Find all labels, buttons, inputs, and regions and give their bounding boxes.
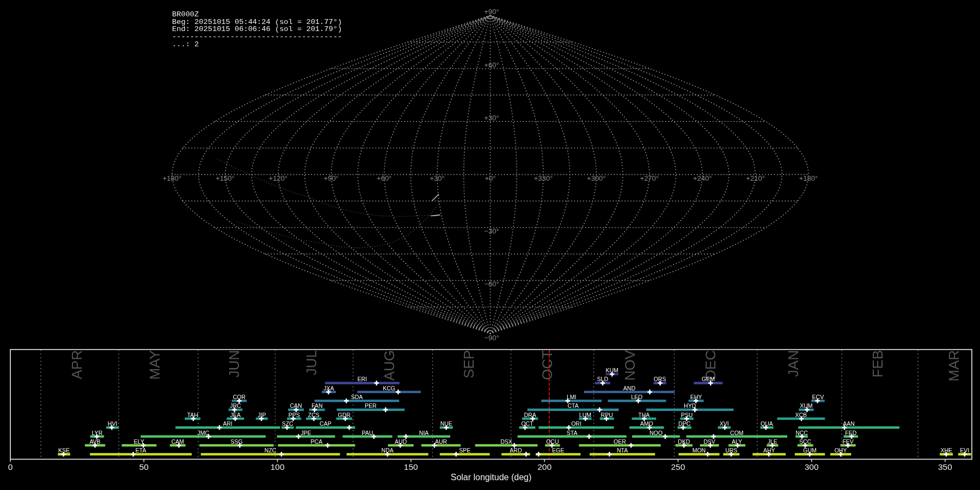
svg-text:NOV: NOV xyxy=(622,350,638,381)
svg-text:AVB: AVB xyxy=(89,438,100,445)
svg-text:JMC: JMC xyxy=(197,430,209,436)
svg-text:LMI: LMI xyxy=(567,394,577,400)
svg-text:LEO: LEO xyxy=(631,394,642,400)
svg-text:PAU: PAU xyxy=(362,430,373,436)
svg-text:THA: THA xyxy=(638,412,650,418)
svg-text:+210°: +210° xyxy=(746,174,764,182)
svg-text:EVI: EVI xyxy=(960,447,969,454)
svg-text:+300°: +300° xyxy=(587,174,605,182)
svg-text:+180°: +180° xyxy=(799,174,818,182)
svg-text:MON: MON xyxy=(693,447,706,454)
svg-text:+30°: +30° xyxy=(430,174,444,182)
svg-text:EGE: EGE xyxy=(552,447,564,454)
svg-text:100: 100 xyxy=(271,462,285,471)
svg-text:250: 250 xyxy=(671,462,685,471)
svg-text:KSE: KSE xyxy=(58,447,70,454)
svg-text:JEA: JEA xyxy=(230,412,241,418)
svg-text:ARI: ARI xyxy=(223,420,233,427)
svg-text:+30°: +30° xyxy=(484,114,499,122)
svg-text:−30°: −30° xyxy=(484,227,499,235)
svg-text:GDR: GDR xyxy=(338,412,351,418)
svg-text:+150°: +150° xyxy=(216,174,234,182)
svg-text:ERI: ERI xyxy=(358,376,367,382)
svg-text:+240°: +240° xyxy=(693,174,712,182)
svg-text:+180°: +180° xyxy=(163,174,181,182)
svg-text:DPC: DPC xyxy=(678,420,691,427)
svg-text:PSU: PSU xyxy=(681,412,693,418)
svg-text:DKD: DKD xyxy=(678,438,690,445)
svg-text:HYD: HYD xyxy=(684,402,696,409)
svg-text:ORI: ORI xyxy=(571,420,581,427)
svg-text:KCG: KCG xyxy=(383,385,395,391)
svg-text:XCB: XCB xyxy=(795,412,807,418)
svg-text:+120°: +120° xyxy=(269,174,287,182)
svg-text:−90°: −90° xyxy=(484,334,499,342)
svg-text:SPE: SPE xyxy=(459,447,470,454)
svg-text:SCC: SCC xyxy=(799,438,812,445)
svg-text:NTA: NTA xyxy=(617,447,628,454)
svg-text:−60°: −60° xyxy=(484,280,499,288)
svg-text:ELY: ELY xyxy=(134,438,144,445)
svg-text:LYR: LYR xyxy=(92,430,103,436)
svg-text:MAY: MAY xyxy=(146,350,163,379)
svg-text:JAN: JAN xyxy=(785,350,801,377)
svg-text:OER: OER xyxy=(614,438,626,445)
svg-text:SDA: SDA xyxy=(351,394,363,400)
svg-text:AMO: AMO xyxy=(640,420,653,427)
svg-text:OHY: OHY xyxy=(835,447,847,454)
svg-text:PCA: PCA xyxy=(311,438,323,445)
svg-text:GUM: GUM xyxy=(803,447,817,454)
svg-text:CTA: CTA xyxy=(567,402,578,409)
svg-text:HVI: HVI xyxy=(108,420,118,427)
svg-text:AUD: AUD xyxy=(395,438,407,445)
svg-text:CAM: CAM xyxy=(171,438,184,445)
svg-text:+0°: +0° xyxy=(485,174,495,182)
svg-text:CAP: CAP xyxy=(320,420,332,427)
svg-text:JRC: JRC xyxy=(230,402,241,409)
svg-text:JUL: JUL xyxy=(303,350,320,375)
svg-text:SLD: SLD xyxy=(597,376,609,382)
svg-text:DSX: DSX xyxy=(500,438,512,445)
svg-text:PPS: PPS xyxy=(289,412,300,418)
svg-text:LUM: LUM xyxy=(579,412,591,418)
svg-text:200: 200 xyxy=(537,462,552,471)
svg-text:RPU: RPU xyxy=(601,412,613,418)
svg-text:DSV: DSV xyxy=(703,438,715,445)
svg-text:JUN: JUN xyxy=(226,350,242,378)
svg-text:JIP: JIP xyxy=(258,412,266,418)
svg-text:XVI: XVI xyxy=(720,420,729,427)
svg-text:NOO: NOO xyxy=(650,430,663,436)
svg-text:+330°: +330° xyxy=(534,174,553,182)
svg-text:OCT: OCT xyxy=(521,420,534,427)
svg-text:SZC: SZC xyxy=(282,420,293,427)
svg-text:AAN: AAN xyxy=(843,420,855,427)
svg-text:NUE: NUE xyxy=(440,420,452,427)
svg-text:+60°: +60° xyxy=(377,174,391,182)
svg-text:ZCS: ZCS xyxy=(308,412,320,418)
svg-text:ETA: ETA xyxy=(136,447,146,454)
svg-text:NIA: NIA xyxy=(419,430,429,436)
svg-text:300: 300 xyxy=(805,462,819,471)
svg-text:DRA: DRA xyxy=(524,412,536,418)
svg-text:STA: STA xyxy=(567,430,578,436)
svg-text:JXA: JXA xyxy=(323,385,334,391)
svg-text:NCC: NCC xyxy=(795,430,808,436)
svg-text:FAN: FAN xyxy=(311,402,322,409)
svg-text:0: 0 xyxy=(8,462,13,471)
svg-text:150: 150 xyxy=(404,462,418,471)
svg-text:AND: AND xyxy=(623,385,636,391)
svg-text:+90°: +90° xyxy=(324,174,339,182)
svg-text:EHY: EHY xyxy=(690,394,702,400)
svg-text:FEV: FEV xyxy=(842,438,853,445)
svg-text:ARD: ARD xyxy=(510,447,522,454)
svg-text:ALY: ALY xyxy=(732,438,742,445)
svg-text:Solar longitude (deg): Solar longitude (deg) xyxy=(451,473,532,482)
svg-text:COR: COR xyxy=(233,394,246,400)
svg-text:SSG: SSG xyxy=(230,438,242,445)
svg-text:ORS: ORS xyxy=(654,376,666,382)
svg-text:QUA: QUA xyxy=(761,420,773,427)
svg-text:XUM: XUM xyxy=(800,402,812,409)
svg-text:FED: FED xyxy=(845,430,856,436)
svg-text:COM: COM xyxy=(730,430,744,436)
svg-text:+90°: +90° xyxy=(484,8,499,16)
